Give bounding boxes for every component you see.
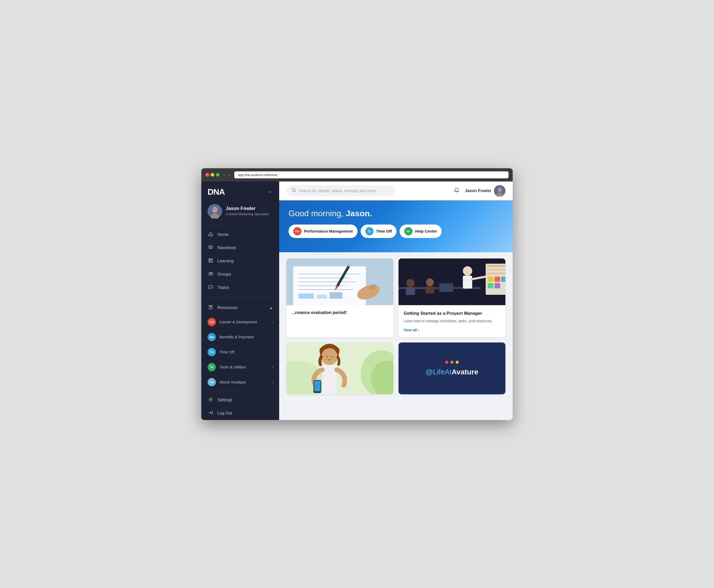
groups-label: Groups [218, 272, 231, 277]
sidebar-item-about[interactable]: Av About Voutique › [201, 375, 279, 390]
sidebar-header: DNA ← [201, 182, 279, 202]
svg-rect-44 [494, 277, 500, 282]
cards-area: ...rmance evaluation period! [279, 252, 513, 420]
card-pm-title: Getting Started as a Proyect Manager [404, 310, 500, 317]
woman-image-bg [286, 342, 393, 394]
svg-rect-46 [488, 283, 493, 288]
svg-rect-36 [426, 286, 434, 293]
tools-badge: Tu [207, 363, 216, 371]
search-bar[interactable]: Search for people, teams, learning and m… [286, 185, 395, 196]
dot-red[interactable] [205, 173, 209, 176]
svg-rect-43 [488, 277, 493, 282]
app-container: DNA ← Jason Fowler Content Marketing Spe… [201, 182, 513, 420]
topbar: Search for people, teams, learning and m… [279, 182, 513, 201]
chip-timeoff[interactable]: To Time Off [361, 225, 397, 238]
dot-yellow[interactable] [211, 173, 214, 176]
resources-header[interactable]: Resources ▲ [201, 301, 279, 314]
sidebar-item-career[interactable]: Cd Career & Devlopment › [201, 314, 279, 330]
svg-rect-34 [406, 287, 415, 295]
sidebar-item-newsfeed[interactable]: Newsfeed [201, 241, 279, 255]
card-finance-partial-text: ...rmance evaluation period! [292, 310, 388, 315]
chip-performance[interactable]: Pm Performance Management [288, 225, 358, 238]
svg-rect-40 [487, 265, 505, 267]
logout-label: Log Out [218, 411, 232, 416]
address-bar[interactable]: app.dna.avature.net/home [234, 171, 509, 178]
avatar [207, 204, 222, 218]
divider-resources [207, 296, 273, 297]
topbar-right: Jason Fowler [453, 185, 505, 196]
resource-left-career: Cd Career & Devlopment [207, 318, 257, 326]
life-life-text: LifeAt [433, 368, 452, 376]
hero-banner: Good morning, Jason. Pm Performance Mana… [279, 201, 513, 252]
meeting-image-bg [399, 258, 505, 305]
pm-label: Performance Management [304, 229, 353, 233]
home-label: Home [218, 232, 229, 237]
dot-green[interactable] [216, 173, 220, 176]
svg-rect-24 [317, 295, 327, 299]
logout-item[interactable]: Log Out [201, 407, 279, 420]
resources-header-left: Resources [207, 304, 237, 311]
back-nav-btn[interactable]: ‹ [223, 172, 226, 177]
browser-nav: ‹ › [223, 172, 231, 177]
topics-icon [207, 285, 214, 291]
app-logo: DNA [207, 187, 225, 197]
svg-point-3 [213, 208, 215, 210]
logout-icon [207, 410, 214, 417]
card-pm-body: Getting Started as a Proyect Manager Lea… [399, 305, 505, 338]
card-meeting-image [399, 258, 505, 305]
svg-rect-59 [314, 381, 321, 391]
sidebar-item-home[interactable]: Home [201, 228, 279, 241]
user-info: Jason Fowler Content Marketing Specialis… [226, 206, 268, 216]
life-tagline: @LifeAtAvature [426, 368, 478, 376]
resources-section: Resources ▲ Cd Career & Devlopment › Bp … [201, 301, 279, 390]
career-chevron-icon: › [272, 320, 273, 324]
svg-point-60 [326, 356, 327, 357]
back-button[interactable]: ← [267, 188, 273, 195]
resource-left-tools: Tu Tools & Utilities [207, 363, 246, 371]
main-content: Search for people, teams, learning and m… [279, 182, 513, 420]
sidebar-item-groups[interactable]: Groups [201, 268, 279, 281]
sidebar-item-timeoff[interactable]: To Time Off [201, 344, 279, 360]
about-badge: Av [207, 378, 216, 386]
sidebar-item-learning[interactable]: Learning [201, 255, 279, 268]
svg-rect-25 [329, 292, 343, 299]
user-profile: Jason Fowler Content Marketing Specialis… [201, 202, 279, 224]
browser-window: ‹ › app.dna.avature.net/home DNA ← [201, 168, 513, 420]
chevron-up-icon: ▲ [269, 306, 273, 310]
settings-item[interactable]: Settings [201, 394, 279, 407]
tools-chevron-icon: › [272, 365, 273, 369]
notification-button[interactable] [453, 187, 460, 195]
divider-top [207, 224, 273, 225]
settings-icon [207, 397, 214, 403]
sidebar-item-benefits[interactable]: Bp Benefits & Payment [201, 330, 279, 344]
newsfeed-label: Newsfeed [218, 246, 236, 250]
dot-red-card [445, 361, 448, 364]
forward-nav-btn[interactable]: › [228, 172, 231, 177]
hc-badge: Hc [404, 227, 412, 235]
resources-label: Resources [218, 306, 237, 310]
to-badge: To [365, 227, 373, 235]
sidebar-item-topics[interactable]: Topics [201, 281, 279, 294]
hc-label: Help Center [415, 229, 437, 233]
tools-label: Tools & Utilities [220, 365, 246, 369]
svg-point-10 [497, 187, 502, 192]
svg-point-37 [463, 266, 472, 276]
user-title: Content Marketing Specialist [226, 212, 268, 216]
about-label: About Voutique [220, 380, 246, 384]
topbar-user[interactable]: Jason Fowler [465, 185, 505, 196]
topbar-username: Jason Fowler [465, 188, 491, 193]
dot-orange-card [450, 361, 453, 364]
timeoff-label: Time Off [220, 350, 234, 354]
resources-icon [207, 304, 214, 311]
sidebar: DNA ← Jason Fowler Content Marketing Spe… [201, 182, 279, 420]
svg-rect-47 [494, 283, 500, 288]
life-card-content: @LifeAtAvature [399, 354, 505, 382]
user-name: Jason Fowler [226, 206, 268, 211]
search-icon [292, 188, 296, 194]
sidebar-item-tools[interactable]: Tu Tools & Utilities › [201, 360, 279, 375]
benefits-label: Benefits & Payment [220, 335, 254, 339]
learning-label: Learning [218, 259, 233, 264]
hero-name: Jason. [346, 209, 372, 218]
view-all-link[interactable]: View all › [404, 328, 500, 332]
card-finance-body: ...rmance evaluation period! [286, 305, 393, 322]
